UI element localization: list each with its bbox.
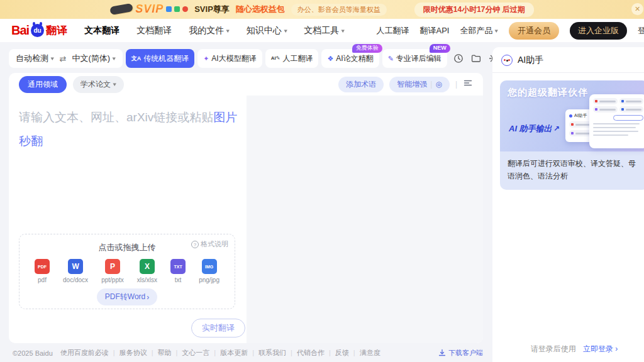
realtime-translate-button[interactable]: 实时翻译 xyxy=(191,319,245,337)
translate-content: 请输入文本、网址、arXiv链接或粘贴图片秒翻 点击或拖拽上传 ? 格式说明 P… xyxy=(9,96,483,343)
file-type-pdf: PDF pdf xyxy=(35,259,50,283)
source-text-input[interactable]: 请输入文本、网址、arXiv链接或粘贴图片秒翻 xyxy=(19,106,242,153)
translate-toolbar: 自动检测▾ ⇄ 中文(简体)▾ 文A 传统机器翻译 ✦ AI大模型翻译 AI✎ … xyxy=(9,49,499,68)
smart-enhance-button[interactable]: 智能增强|◎ xyxy=(389,77,450,92)
logo-du-paw-icon: du xyxy=(31,24,44,37)
files-folder-icon[interactable] xyxy=(471,53,481,63)
footer-link[interactable]: 帮助 xyxy=(147,348,172,358)
pdf-to-word-button[interactable]: PDF转Word › xyxy=(97,288,157,305)
history-icon[interactable] xyxy=(453,53,464,63)
baidu-translate-page: SVIP SVIP尊享 随心选权益包 办公、影音会员等海量权益 限时优惠14小时… xyxy=(0,0,644,362)
tab-ai-model-translate[interactable]: ✦ AI大模型翻译 xyxy=(197,49,262,68)
help-icon: ? xyxy=(191,241,199,248)
ppt-file-icon: P xyxy=(105,259,120,274)
file-type-txt: TXT txt xyxy=(170,259,186,283)
banner-close-icon[interactable]: ✕ xyxy=(631,3,643,15)
sidebar-header: AI助手 xyxy=(492,47,644,73)
source-language-select[interactable]: 自动检测▾ xyxy=(16,53,54,64)
input-placeholder: 请输入文本、网址、arXiv链接或粘贴 xyxy=(19,111,213,124)
footer-link[interactable]: 文心一言 xyxy=(171,348,209,358)
footer-link[interactable]: 使用百度前必读 xyxy=(60,348,109,358)
footer-link[interactable]: 反馈 xyxy=(325,348,349,358)
svip-card-graphic xyxy=(109,3,133,14)
nav-human-translate[interactable]: 人工翻译 xyxy=(377,25,409,36)
logo-bai: Bai xyxy=(11,23,29,38)
word-file-icon: W xyxy=(68,259,83,274)
footer-link[interactable]: 代销合作 xyxy=(286,348,325,358)
baidu-translate-logo[interactable]: Bai du 翻译 xyxy=(11,23,67,38)
login-hint: 请登录后使用 xyxy=(531,344,576,353)
format-help-link[interactable]: ? 格式说明 xyxy=(191,239,228,249)
image-file-icon: IMG xyxy=(202,259,217,274)
nav-doc-tools[interactable]: 文档工具▾ xyxy=(304,25,345,36)
login-button[interactable]: 登录 xyxy=(638,25,644,36)
domain-selector: 通用领域 学术论文▾ xyxy=(19,76,124,93)
footer-links: ©2025 Baidu 使用百度前必读 服务协议 帮助 文心一言 版本更新 联系… xyxy=(13,348,380,358)
tab-ai-paper-translate[interactable]: ❖ AI论文精翻 免费体验 xyxy=(321,49,379,68)
download-icon xyxy=(438,349,446,358)
banner-countdown: 限时优惠14小时17分钟 后过期 xyxy=(414,3,534,17)
enterprise-button[interactable]: 进入企业版 xyxy=(570,22,627,40)
domain-general-pill[interactable]: 通用领域 xyxy=(19,76,67,93)
open-vip-button[interactable]: 开通会员 xyxy=(509,22,559,40)
chevron-down-icon: ▾ xyxy=(113,55,116,62)
target-language-select[interactable]: 中文(简体)▾ xyxy=(72,53,115,64)
footer-link[interactable]: 联系我们 xyxy=(248,348,286,358)
arrow-up-right-icon: ↗ xyxy=(553,124,560,133)
tab-classic-machine-translate[interactable]: 文A 传统机器翻译 xyxy=(126,49,195,68)
decor-square-green xyxy=(174,6,180,12)
promo-banner[interactable]: SVIP SVIP尊享 随心选权益包 办公、影音会员等海量权益 限时优惠14小时… xyxy=(0,0,644,19)
sparkle-icon: ✦ xyxy=(203,55,209,62)
download-client-link[interactable]: 下载客户端 xyxy=(438,348,483,358)
new-badge: NEW xyxy=(430,44,450,53)
chevron-down-icon: ▾ xyxy=(341,28,345,34)
translate-panel: 通用领域 学术论文▾ 添加术语 智能增强|◎ | 请输入文本、网址、arXiv链… xyxy=(9,73,483,343)
chevron-down-icon: ▾ xyxy=(226,28,230,34)
decor-circle-red xyxy=(182,6,188,12)
nav-my-files[interactable]: 我的文件▾ xyxy=(189,25,230,36)
chevron-right-icon: › xyxy=(147,293,149,302)
footer-link[interactable]: 版本更新 xyxy=(209,348,248,358)
banner-title: SVIP尊享 xyxy=(194,4,230,15)
nav-all-products[interactable]: 全部产品▾ xyxy=(460,25,498,36)
nav-text-translate[interactable]: 文本翻译 xyxy=(84,25,119,36)
nav-translate-api[interactable]: 翻译API xyxy=(420,25,450,36)
login-now-link[interactable]: 立即登录 › xyxy=(583,344,618,353)
ai-assistant-promo-card[interactable]: 您的超级翻译伙伴 AI 助手输出 ↗ AI助手 xyxy=(500,80,644,190)
translate-icon: 文A xyxy=(131,56,142,62)
divider: | xyxy=(455,80,457,89)
file-type-xls: X xls/xlsx xyxy=(137,259,157,283)
illustration-label: AI 助手输出 ↗ xyxy=(509,123,560,134)
footer-link[interactable]: 服务协议 xyxy=(109,348,147,358)
footer-link[interactable]: 满意度 xyxy=(349,348,380,358)
chevron-down-icon: ▾ xyxy=(113,81,116,87)
file-upload-dropzone[interactable]: 点击或拖拽上传 ? 格式说明 PDF pdf W doc/docx P xyxy=(19,234,235,309)
file-type-doc: W doc/docx xyxy=(63,259,88,283)
domain-academic-pill[interactable]: 学术论文▾ xyxy=(73,76,124,93)
svip-banner-graphic: SVIP xyxy=(110,3,188,16)
swap-languages-icon[interactable]: ⇄ xyxy=(60,54,67,63)
file-type-image: IMG png/jpg xyxy=(199,259,219,283)
human-translate-icon: AI✎ xyxy=(271,56,280,61)
domain-bar: 通用领域 学术论文▾ 添加术语 智能增强|◎ | xyxy=(9,73,483,96)
divider: | xyxy=(430,80,432,89)
nav-knowledge-center[interactable]: 知识中心▾ xyxy=(247,25,287,36)
chevron-down-icon: ▾ xyxy=(51,55,54,62)
sidebar-title: AI助手 xyxy=(518,55,543,66)
header: Bai du 翻译 文本翻译 文档翻译 我的文件▾ 知识中心▾ 文档工具▾ 人工… xyxy=(0,19,644,42)
chevron-down-icon: ▾ xyxy=(284,28,287,34)
svip-logo: SVIP xyxy=(135,3,164,16)
dot-icon xyxy=(569,114,572,118)
nav-doc-translate[interactable]: 文档翻译 xyxy=(136,25,172,36)
banner-highlight: 随心选权益包 xyxy=(236,4,285,15)
tab-human-translate[interactable]: AI✎ 人工翻译 xyxy=(265,49,319,68)
excel-file-icon: X xyxy=(140,259,155,274)
tab-post-editing[interactable]: ✎ 专业译后编辑 NEW xyxy=(382,49,447,68)
add-terms-button[interactable]: 添加术语 xyxy=(338,77,384,92)
txt-file-icon: TXT xyxy=(170,259,186,274)
mini-output-window xyxy=(589,94,644,148)
promo-card-description: 翻译后可进行双语审校、译文答疑、母语润色、语法分析 xyxy=(500,151,644,190)
sidebar-login-row: 请登录后使用 立即登录 › xyxy=(492,344,644,354)
chevron-down-icon: ▾ xyxy=(495,28,498,34)
layout-toggle-icon[interactable] xyxy=(463,78,473,90)
